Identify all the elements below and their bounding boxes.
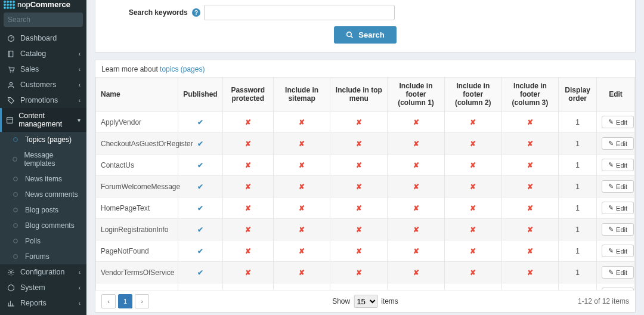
pager-show-label: Show bbox=[332, 297, 350, 305]
cell-order: 5 bbox=[559, 283, 597, 291]
cross-icon: ✘ bbox=[413, 183, 419, 191]
cell-footer1: ✔ bbox=[388, 283, 445, 291]
brand-text: nopCommerce bbox=[17, 0, 70, 9]
check-icon: ✔ bbox=[197, 247, 203, 255]
sidebar-item-help[interactable]: ?Help‹ bbox=[0, 311, 86, 315]
pencil-icon: ✎ bbox=[608, 118, 614, 126]
pager: ‹ 1 › Show 15 items 1-12 of 12 items bbox=[95, 290, 635, 312]
sidebar-item-label: Polls bbox=[25, 237, 41, 245]
sidebar-item-content-management[interactable]: Content management▾ bbox=[0, 108, 86, 132]
sidebar-item-dashboard[interactable]: Dashboard bbox=[0, 30, 86, 46]
cross-icon: ✘ bbox=[527, 183, 533, 191]
sidebar-item-label: News items bbox=[25, 175, 62, 183]
circle-icon bbox=[11, 156, 20, 162]
svg-line-3 bbox=[11, 37, 12, 38]
col-header: Password protected bbox=[222, 78, 273, 112]
edit-button[interactable]: ✎Edit bbox=[602, 223, 634, 236]
edit-button[interactable]: ✎Edit bbox=[602, 137, 634, 150]
edit-button[interactable]: ✎Edit bbox=[602, 159, 634, 171]
sidebar-item-label: Message templates bbox=[24, 151, 80, 168]
cell-name: PageNotFound bbox=[96, 240, 178, 262]
cell-name: ContactUs bbox=[96, 155, 178, 176]
sidebar-item-label: Blog comments bbox=[25, 221, 75, 230]
help-icon[interactable]: ? bbox=[192, 8, 200, 17]
cross-icon: ✘ bbox=[356, 118, 362, 126]
sidebar-subitem-message-templates[interactable]: Message templates bbox=[0, 147, 86, 171]
cell-name: CheckoutAsGuestOrRegister bbox=[96, 133, 178, 155]
cell-sitemap: ✘ bbox=[273, 133, 330, 155]
cell-footer2: ✘ bbox=[444, 155, 501, 176]
sidebar-item-system[interactable]: System‹ bbox=[0, 280, 86, 295]
svg-point-5 bbox=[10, 72, 11, 73]
cell-order: 1 bbox=[559, 219, 597, 240]
cross-icon: ✘ bbox=[470, 268, 476, 277]
col-header: Display order bbox=[559, 78, 597, 112]
brand-logo-icon bbox=[4, 1, 15, 9]
search-keywords-input[interactable] bbox=[204, 5, 395, 20]
sidebar-subitem-blog-posts[interactable]: Blog posts bbox=[0, 202, 86, 218]
cross-icon: ✘ bbox=[356, 204, 362, 212]
cell-footer3: ✘ bbox=[501, 197, 559, 219]
search-icon bbox=[346, 31, 354, 39]
topics-grid: NamePublishedPassword protectedInclude i… bbox=[95, 77, 635, 290]
cell-topmenu: ✘ bbox=[330, 133, 388, 155]
cross-icon: ✘ bbox=[299, 268, 305, 277]
learn-more-link[interactable]: topics (pages) bbox=[160, 65, 205, 73]
sidebar-subitem-news-comments[interactable]: News comments bbox=[0, 187, 86, 202]
cell-password: ✘ bbox=[222, 176, 273, 197]
sidebar-subitem-polls[interactable]: Polls bbox=[0, 233, 86, 249]
svg-point-17 bbox=[14, 239, 18, 243]
edit-button[interactable]: ✎Edit bbox=[602, 180, 634, 193]
sidebar-subitem-blog-comments[interactable]: Blog comments bbox=[0, 218, 86, 233]
edit-button[interactable]: ✎Edit bbox=[602, 202, 634, 214]
sidebar-item-configuration[interactable]: Configuration‹ bbox=[0, 264, 86, 280]
cross-icon: ✘ bbox=[356, 226, 362, 234]
col-header: Published bbox=[178, 78, 222, 112]
sidebar-item-customers[interactable]: Customers‹ bbox=[0, 77, 86, 92]
sidebar-subitem-forums[interactable]: Forums bbox=[0, 249, 86, 264]
pencil-icon: ✎ bbox=[608, 268, 614, 276]
sidebar-search[interactable] bbox=[4, 13, 83, 27]
pencil-icon: ✎ bbox=[608, 161, 614, 169]
cell-order: 1 bbox=[559, 240, 597, 262]
pager-size-select[interactable]: 15 bbox=[354, 295, 377, 308]
chart-icon bbox=[6, 299, 16, 307]
search-button-label: Search bbox=[358, 30, 384, 39]
cell-footer2: ✘ bbox=[444, 240, 501, 262]
cross-icon: ✘ bbox=[527, 268, 533, 277]
cross-icon: ✘ bbox=[413, 204, 419, 212]
cell-published: ✔ bbox=[178, 197, 222, 219]
sidebar-item-catalog[interactable]: Catalog‹ bbox=[0, 46, 86, 61]
sidebar-item-label: System bbox=[20, 283, 45, 292]
cell-name: LoginRegistrationInfo bbox=[96, 219, 178, 240]
brand: nopCommerce bbox=[0, 0, 86, 9]
sidebar-subitem-topics-pages-[interactable]: Topics (pages) bbox=[0, 132, 86, 147]
cross-icon: ✘ bbox=[299, 118, 305, 126]
edit-button[interactable]: ✎Edit bbox=[602, 266, 634, 279]
sidebar-subitem-news-items[interactable]: News items bbox=[0, 171, 86, 187]
table-row: ForumWelcomeMessage✔✘✘✘✘✘✘1✎Edit bbox=[96, 176, 635, 197]
pager-next-button[interactable]: › bbox=[135, 294, 149, 308]
cell-edit: ✎Edit bbox=[597, 176, 635, 197]
cell-topmenu: ✘ bbox=[330, 155, 388, 176]
table-row: VendorTermsOfService✔✘✘✘✘✘✘1✎Edit bbox=[96, 262, 635, 283]
edit-button[interactable]: ✎Edit bbox=[602, 245, 634, 257]
cell-edit: ✎Edit bbox=[597, 133, 635, 155]
sidebar-item-promotions[interactable]: Promotions‹ bbox=[0, 92, 86, 108]
cell-footer2: ✘ bbox=[444, 176, 501, 197]
sidebar-item-sales[interactable]: Sales‹ bbox=[0, 61, 86, 77]
col-header: Edit bbox=[597, 78, 635, 112]
cell-topmenu: ✘ bbox=[330, 112, 388, 133]
search-button[interactable]: Search bbox=[334, 26, 396, 44]
cell-sitemap: ✘ bbox=[273, 262, 330, 283]
sidebar-item-reports[interactable]: Reports‹ bbox=[0, 295, 86, 311]
svg-point-11 bbox=[14, 138, 18, 142]
cross-icon: ✘ bbox=[527, 118, 533, 126]
sidebar-search-input[interactable] bbox=[8, 16, 97, 24]
pager-prev-button[interactable]: ‹ bbox=[101, 294, 116, 308]
cell-sitemap: ✘ bbox=[273, 155, 330, 176]
check-icon: ✔ bbox=[197, 118, 203, 126]
pager-page-1-button[interactable]: 1 bbox=[118, 294, 132, 308]
edit-button[interactable]: ✎Edit bbox=[602, 116, 634, 128]
svg-point-15 bbox=[14, 208, 18, 212]
